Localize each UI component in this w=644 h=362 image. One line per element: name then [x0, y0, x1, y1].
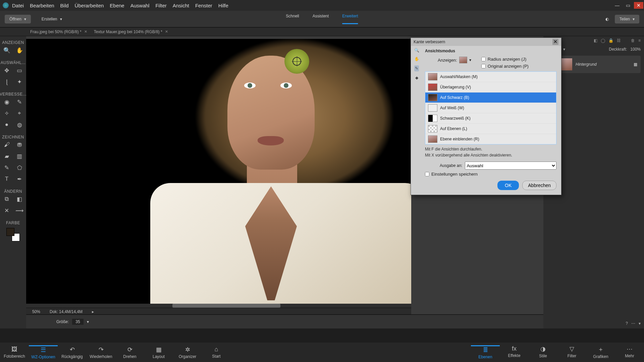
custom-tool-icon[interactable]: ✒ [15, 175, 23, 183]
chevron-right-icon[interactable]: ▸ [92, 309, 94, 314]
menu-layer[interactable]: Ebene [110, 3, 124, 8]
bottom-rotate[interactable]: ⟳Drehen [115, 346, 144, 359]
menu-help[interactable]: Hilfe [218, 3, 228, 8]
foreground-color-swatch[interactable] [6, 228, 14, 236]
move-tool-icon[interactable]: ✥ [3, 66, 11, 74]
document-tab[interactable]: Textur Mauer.jpeg bei 104% (RGB/8) * ✕ [91, 29, 171, 34]
smart-brush-icon[interactable]: ✧ [3, 109, 11, 117]
remember-settings-checkbox[interactable] [425, 172, 429, 176]
bottom-photo-bin[interactable]: 🖼Fotobereich [0, 346, 29, 359]
view-option-bw[interactable]: Schwarzweiß (K) [425, 113, 556, 124]
mask-icon[interactable]: ◯ [601, 38, 605, 43]
wand-tool-icon[interactable]: ✦ [15, 78, 23, 86]
eraser-tool-icon[interactable]: ▰ [3, 152, 11, 160]
tab-quick[interactable]: Schnell [286, 14, 299, 24]
view-option-on-layers[interactable]: Auf Ebenen (L) [425, 124, 556, 134]
trash-icon[interactable]: 🗑 [631, 38, 635, 43]
redeye-tool-icon[interactable]: ◉ [3, 98, 11, 106]
document-tab[interactable]: Frau.jpeg bei 50% (RGB/8) * ✕ [27, 29, 91, 34]
hand-tool-icon[interactable]: ✋ [15, 46, 23, 54]
window-close-button[interactable]: ✕ [634, 2, 643, 9]
bottom-effects[interactable]: fxEffekte [500, 345, 529, 359]
view-preview-swatch[interactable] [459, 57, 467, 63]
create-button[interactable]: Erstellen ▾ [37, 15, 67, 23]
pencil-tool-icon[interactable]: ✎ [3, 164, 11, 172]
lock-icon[interactable]: 🔒 [608, 38, 613, 43]
tab-expert[interactable]: Erweitert [342, 14, 358, 24]
share-button[interactable]: Teilen ▾ [615, 15, 639, 23]
zoom-tool-icon[interactable]: 🔍 [3, 46, 11, 54]
menu-enhance[interactable]: Überarbeiten [75, 3, 104, 8]
menu-icon[interactable]: ≡ [638, 38, 641, 43]
color-swatch[interactable] [6, 228, 20, 241]
horizontal-scrollbar[interactable] [26, 304, 411, 308]
chevron-down-icon[interactable]: ▾ [469, 58, 471, 62]
bottom-layout[interactable]: ▦Layout [144, 346, 173, 359]
view-option-selmask[interactable]: Auswahl/Masken (M) [425, 72, 556, 82]
scrollbar-thumb[interactable] [172, 304, 280, 308]
show-original-checkbox[interactable] [481, 64, 486, 68]
bottom-layers-panel[interactable]: ≣Ebenen [471, 345, 500, 359]
view-option-on-white[interactable]: Auf Weiß (W) [425, 103, 556, 113]
bottom-undo[interactable]: ↶Rückgängig [58, 346, 87, 359]
menu-select[interactable]: Auswahl [130, 3, 150, 8]
gradient-tool-icon[interactable]: ▥ [15, 152, 23, 160]
dialog-titlebar[interactable]: Kante verbessern ✕ [411, 38, 561, 46]
content-tool-icon[interactable]: ⟿ [15, 206, 23, 215]
menu-image[interactable]: Bild [60, 3, 69, 8]
straighten-tool-icon[interactable]: ✕ [3, 206, 11, 215]
output-select[interactable]: Auswahl [465, 162, 556, 170]
bucket-tool-icon[interactable]: ⛃ [15, 141, 23, 149]
menu-view[interactable]: Ansicht [173, 3, 189, 8]
close-icon[interactable]: ✕ [165, 29, 168, 34]
layer-name[interactable]: Hintergrund [576, 62, 597, 67]
chevron-down-icon[interactable]: ▾ [87, 319, 89, 324]
dialog-close-button[interactable]: ✕ [552, 39, 558, 45]
menu-filter[interactable]: Filter [155, 3, 166, 8]
bottom-styles[interactable]: ◑Stile [529, 345, 557, 359]
view-option-overlay[interactable]: Überlagerung (V) [425, 82, 556, 93]
hand-icon[interactable]: ✋ [414, 57, 419, 61]
sponge-tool-icon[interactable]: ◍ [15, 121, 23, 129]
lasso-tool-icon[interactable]: ɭ [3, 78, 11, 86]
zoom-level[interactable]: 50% [32, 309, 40, 314]
bottom-home[interactable]: ⌂Start [202, 346, 231, 359]
more-icon[interactable]: ⋯ [631, 321, 635, 326]
recompose-tool-icon[interactable]: ◧ [15, 195, 23, 203]
bottom-more[interactable]: ⋯Mehr [615, 345, 644, 359]
chevron-down-icon[interactable]: ▾ [563, 47, 565, 52]
size-value-input[interactable]: 35 [72, 319, 83, 325]
ok-button[interactable]: OK [497, 181, 519, 190]
opacity-value[interactable]: 100% [630, 47, 641, 52]
link-icon[interactable]: ⛓ [617, 38, 621, 43]
text-tool-icon[interactable]: T [3, 175, 11, 183]
view-option-on-black[interactable]: Auf Schwarz (B) [425, 93, 556, 103]
shape-tool-icon[interactable]: ⬠ [15, 164, 23, 172]
adjust-icon[interactable]: ◧ [594, 38, 597, 43]
refine-brush-icon[interactable]: ✎ [414, 65, 419, 71]
collapse-icon[interactable]: ▾ [639, 321, 641, 326]
bottom-filter[interactable]: ▽Filter [557, 345, 586, 359]
bottom-graphics[interactable]: ＋Grafiken [586, 345, 615, 359]
marquee-tool-icon[interactable]: ▭ [15, 66, 23, 74]
bottom-tool-options[interactable]: ☰WZ-Optionen [29, 345, 58, 359]
bottom-redo[interactable]: ↷Wiederholen [87, 346, 115, 359]
close-icon[interactable]: ✕ [84, 29, 87, 34]
brush-tool-icon[interactable]: 🖌 [3, 141, 11, 149]
spot-tool-icon[interactable]: ✎ [15, 98, 23, 106]
window-minimize-button[interactable]: — [612, 2, 622, 9]
open-button[interactable]: Öffnen ▾ [5, 15, 31, 23]
menu-window[interactable]: Fenster [195, 3, 212, 8]
clone-tool-icon[interactable]: ⌖ [15, 109, 23, 117]
tab-assistant[interactable]: Assistent [313, 14, 329, 24]
window-maximize-button[interactable]: ▭ [623, 2, 633, 9]
canvas[interactable] [26, 39, 411, 308]
menu-edit[interactable]: Bearbeiten [30, 3, 54, 8]
help-icon[interactable]: ? [626, 321, 628, 326]
theme-toggle-icon[interactable]: ◐ [605, 17, 609, 21]
crop-tool-icon[interactable]: ⧉ [3, 195, 11, 203]
cancel-button[interactable]: Abbrechen [522, 181, 556, 190]
zoom-icon[interactable]: 🔍 [414, 48, 419, 53]
erase-refine-icon[interactable]: ◆ [415, 75, 418, 80]
bottom-organizer[interactable]: ✲Organizer [173, 346, 202, 359]
